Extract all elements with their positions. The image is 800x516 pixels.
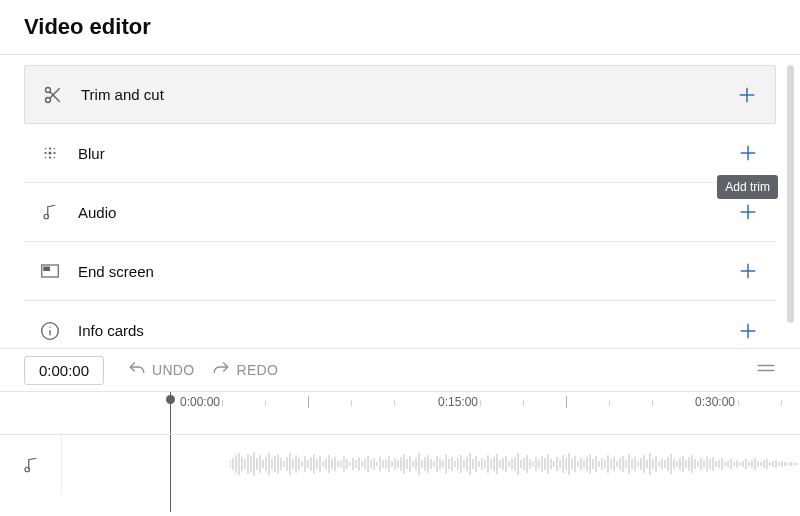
tools-panel: Trim and cut Blur [0, 54, 800, 348]
ruler-mark: 0:15:00 [438, 395, 478, 409]
svg-point-8 [54, 148, 56, 150]
undo-label: UNDO [152, 362, 194, 378]
svg-point-0 [46, 87, 51, 92]
add-audio-button[interactable] [734, 198, 762, 226]
undo-button[interactable]: UNDO [128, 361, 194, 379]
tool-row-audio[interactable]: Audio [24, 183, 776, 242]
timeline-ruler[interactable]: 0:00:00 0:15:00 0:30:00 [0, 392, 800, 434]
add-end-screen-button[interactable] [734, 257, 762, 285]
tool-row-trim-and-cut[interactable]: Trim and cut [24, 65, 776, 124]
svg-point-6 [45, 148, 47, 150]
audio-track[interactable] [0, 434, 800, 494]
tool-row-end-screen[interactable]: End screen [24, 242, 776, 301]
music-note-icon [0, 435, 62, 494]
svg-point-13 [49, 156, 51, 158]
tool-label: Blur [78, 145, 734, 162]
ruler-mark: 0:30:00 [695, 395, 735, 409]
tool-label: End screen [78, 263, 734, 280]
end-screen-icon [38, 259, 62, 283]
svg-point-12 [45, 157, 47, 159]
redo-button[interactable]: REDO [212, 361, 278, 379]
timeline-menu-icon[interactable] [756, 361, 776, 379]
redo-label: REDO [236, 362, 278, 378]
add-blur-button[interactable] [734, 139, 762, 167]
svg-point-1 [46, 97, 51, 102]
tool-label: Trim and cut [81, 86, 733, 103]
svg-point-10 [49, 152, 52, 155]
tool-label: Info cards [78, 322, 734, 339]
info-icon [38, 319, 62, 343]
svg-point-7 [49, 147, 51, 149]
add-trim-button[interactable] [733, 81, 761, 109]
ruler-mark: 0:00:00 [180, 395, 220, 409]
tool-label: Audio [78, 204, 734, 221]
svg-point-14 [54, 157, 56, 159]
music-note-icon [38, 200, 62, 224]
timeline[interactable]: 0:00:00 0:15:00 0:30:00 [0, 392, 800, 512]
scissors-icon [41, 83, 65, 107]
add-trim-tooltip: Add trim [717, 175, 778, 199]
tool-row-info-cards[interactable]: Info cards [24, 301, 776, 360]
svg-point-26 [49, 326, 50, 327]
svg-point-11 [53, 152, 55, 154]
blur-icon [38, 141, 62, 165]
svg-point-9 [44, 152, 46, 154]
audio-waveform [230, 447, 800, 481]
svg-rect-21 [43, 267, 50, 272]
page-title: Video editor [0, 0, 800, 54]
tool-row-blur[interactable]: Blur [24, 124, 776, 183]
add-info-cards-button[interactable] [734, 317, 762, 345]
scrollbar-thumb[interactable] [787, 65, 794, 323]
